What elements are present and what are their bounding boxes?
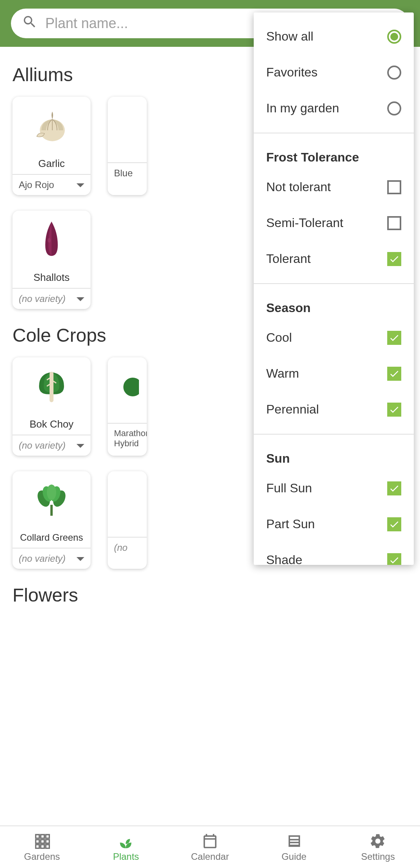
variety-dropdown[interactable]: (no variety): [12, 288, 91, 309]
checkbox-icon: [387, 367, 401, 381]
filter-label: Not tolerant: [266, 180, 331, 194]
checkbox-icon: [387, 216, 401, 230]
plant-name: [108, 417, 147, 423]
collard-icon: [12, 471, 91, 531]
nav-calendar[interactable]: Calendar: [168, 826, 252, 868]
plant-name: [108, 156, 147, 162]
filter-label: Shade: [266, 553, 303, 565]
grid-icon: [34, 832, 51, 850]
shallot-icon: [12, 211, 91, 270]
checkbox-icon: [387, 517, 401, 531]
checkbox-icon: [387, 481, 401, 495]
plant-icon: [108, 471, 147, 531]
filter-label: Semi-Tolerant: [266, 216, 343, 230]
chevron-down-icon: [77, 557, 84, 561]
search-icon: [22, 14, 37, 33]
variety-label: (no variety): [19, 553, 66, 564]
chevron-down-icon: [77, 183, 84, 187]
section-title-flowers: Flowers: [12, 584, 408, 606]
variety-label: (no: [114, 542, 128, 553]
plant-card-collard[interactable]: Collard Greens (no variety): [12, 471, 91, 569]
plant-card-partial-2[interactable]: Marathon Hybrid: [108, 357, 147, 456]
book-icon: [285, 832, 303, 850]
svg-point-2: [123, 378, 139, 396]
filter-title-season: Season: [254, 290, 414, 320]
variety-label: Ajo Rojo: [19, 179, 54, 190]
filter-label: Part Sun: [266, 517, 315, 531]
filter-perennial[interactable]: Perennial: [254, 392, 414, 428]
nav-label: Settings: [361, 851, 395, 862]
variety-dropdown[interactable]: (no variety): [12, 548, 91, 569]
plant-name: Bok Choy: [12, 417, 91, 435]
filter-show-all[interactable]: Show all: [254, 19, 414, 55]
bokchoy-icon: [12, 357, 91, 417]
filter-tolerant[interactable]: Tolerant: [254, 241, 414, 277]
filter-title-sun: Sun: [254, 441, 414, 470]
chevron-down-icon: [77, 297, 84, 301]
plant-name: Collard Greens: [12, 531, 91, 548]
plant-card-garlic[interactable]: Garlic Ajo Rojo: [12, 97, 91, 195]
variety-dropdown[interactable]: Blue: [108, 162, 147, 183]
filter-in-garden[interactable]: In my garden: [254, 91, 414, 126]
filter-part-sun[interactable]: Part Sun: [254, 506, 414, 542]
plant-icon: [108, 357, 147, 417]
filter-favorites[interactable]: Favorites: [254, 55, 414, 91]
checkbox-icon: [387, 180, 401, 194]
plant-card-partial-3[interactable]: (no: [108, 471, 147, 569]
filter-label: In my garden: [266, 101, 339, 115]
filter-title-frost: Frost Tolerance: [254, 140, 414, 169]
checkbox-icon: [387, 252, 401, 266]
filter-full-sun[interactable]: Full Sun: [254, 470, 414, 506]
chevron-down-icon: [77, 444, 84, 447]
filter-label: Perennial: [266, 403, 319, 417]
plant-name: [108, 531, 147, 537]
filter-label: Tolerant: [266, 252, 311, 266]
radio-icon: [387, 30, 401, 44]
checkbox-icon: [387, 331, 401, 345]
radio-icon: [387, 101, 401, 115]
nav-settings[interactable]: Settings: [336, 826, 420, 868]
svg-point-7: [47, 485, 56, 500]
plant-name: Shallots: [12, 270, 91, 288]
gear-icon: [369, 832, 386, 850]
checkbox-icon: [387, 403, 401, 417]
filter-panel: Show all Favorites In my garden Frost To…: [254, 12, 414, 565]
nav-plants[interactable]: Plants: [84, 826, 168, 868]
filter-warm[interactable]: Warm: [254, 356, 414, 392]
garlic-icon: [12, 97, 91, 156]
filter-label: Full Sun: [266, 481, 312, 495]
nav-gardens[interactable]: Gardens: [0, 826, 84, 868]
radio-icon: [387, 66, 401, 80]
plant-icon: [117, 832, 135, 850]
filter-label: Favorites: [266, 66, 318, 80]
nav-label: Plants: [113, 851, 139, 862]
filter-label: Warm: [266, 367, 299, 381]
filter-label: Show all: [266, 30, 313, 44]
plant-card-bokchoy[interactable]: Bok Choy (no variety): [12, 357, 91, 456]
checkbox-icon: [387, 553, 401, 565]
svg-point-1: [48, 238, 51, 243]
bottom-nav: Gardens Plants Calendar Guide Settings: [0, 825, 420, 868]
filter-semi-tolerant[interactable]: Semi-Tolerant: [254, 205, 414, 241]
plant-name: Garlic: [12, 156, 91, 174]
variety-label: (no variety): [19, 293, 66, 304]
filter-label: Cool: [266, 331, 292, 345]
nav-label: Guide: [281, 851, 306, 862]
variety-label: Blue: [114, 168, 133, 179]
variety-dropdown[interactable]: Marathon Hybrid: [108, 423, 147, 454]
filter-cool[interactable]: Cool: [254, 320, 414, 356]
variety-dropdown[interactable]: Ajo Rojo: [12, 174, 91, 195]
variety-label: Marathon Hybrid: [114, 428, 147, 449]
plant-card-shallots[interactable]: Shallots (no variety): [12, 211, 91, 309]
nav-label: Gardens: [24, 851, 60, 862]
variety-label: (no variety): [19, 440, 66, 451]
filter-shade[interactable]: Shade: [254, 542, 414, 565]
variety-dropdown[interactable]: (no: [108, 537, 147, 558]
nav-label: Calendar: [191, 851, 229, 862]
plant-card-partial-1[interactable]: Blue: [108, 97, 147, 195]
nav-guide[interactable]: Guide: [252, 826, 336, 868]
calendar-icon: [201, 832, 219, 850]
variety-dropdown[interactable]: (no variety): [12, 435, 91, 456]
plant-icon: [108, 97, 147, 156]
filter-not-tolerant[interactable]: Not tolerant: [254, 169, 414, 205]
